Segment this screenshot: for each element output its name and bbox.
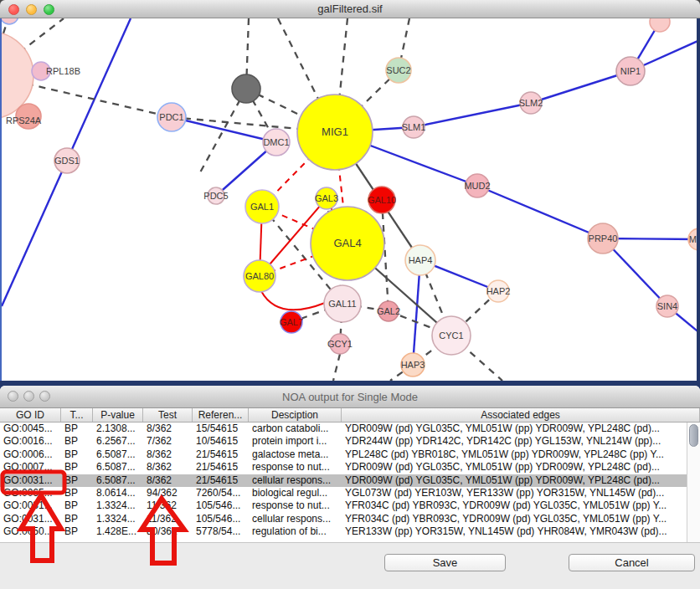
table-row[interactable]: GO:0031...BP1.3324...11/362105/546...cel… (0, 513, 687, 525)
cell-p-value: 8.0614... (93, 487, 143, 499)
minimize-button[interactable] (23, 391, 34, 402)
cell-desciption: galactose meta... (249, 448, 342, 461)
cell-go-id: GO:0045... (0, 423, 61, 435)
node-label-hap3: HAP3 (401, 360, 425, 370)
node-label-cyc1: CYC1 (439, 330, 463, 341)
node-label-gal3: GAL3 (315, 193, 338, 203)
node-label-dmc1: DMC1 (263, 137, 289, 147)
node-label-hap2: HAP2 (486, 286, 511, 296)
column-header-reference[interactable]: Referen... (193, 408, 249, 422)
noa-table-header: GO IDT...P-valueTestReferen...Desciption… (0, 408, 700, 423)
cell-reference: 10/54615 (193, 435, 249, 448)
column-header-type[interactable]: T... (61, 408, 93, 422)
minimize-button[interactable] (26, 4, 37, 15)
cell-type: BP (61, 461, 93, 474)
node-label-suc2: SUC2 (386, 65, 410, 75)
cell-reference: 15/54615 (193, 423, 249, 435)
cell-reference: 21/54615 (193, 474, 249, 487)
node-label-hap4: HAP4 (409, 255, 433, 265)
node-label-prp40: PRP40 (589, 233, 618, 243)
table-row[interactable]: GO:0006...BP6.5087...8/36221/54615galact… (0, 448, 687, 461)
cell-reference: 7260/54... (193, 487, 249, 499)
cell-test: 80/362 (143, 525, 193, 538)
node-label-slm1: SLM1 (402, 122, 426, 132)
node-ctl[interactable] (2, 18, 18, 24)
cell-associated-edges: YFR034C (pd) YBR093C, YDR009W (pd) YGL03… (342, 499, 687, 512)
table-row[interactable]: GO:0050...BP1.428E...80/3625778/54...reg… (0, 525, 687, 538)
cell-go-id: GO:0065... (0, 487, 61, 499)
cell-test: 8/362 (143, 448, 193, 461)
table-row[interactable]: GO:0031...BP6.5087...8/36221/54615cellul… (0, 474, 687, 487)
cell-reference: 105/546... (193, 513, 249, 525)
cell-go-id: GO:0007... (0, 461, 61, 474)
node-label-sin4: SIN4 (657, 301, 677, 311)
table-row[interactable]: GO:0031...BP1.3324...11/362105/546...res… (0, 499, 687, 512)
close-button[interactable] (8, 391, 18, 402)
canvas-frame-right (697, 18, 700, 386)
edge (414, 103, 531, 127)
graph-window: galFiltered.sif RPL18BRPS24AGDS1PDC1DMC1… (0, 0, 700, 386)
edge (261, 291, 325, 310)
node-label-gal80: GAL80 (245, 271, 274, 281)
network-svg[interactable]: RPL18BRPS24AGDS1PDC1DMC1MIG1SUC2SLM1SLM2… (2, 18, 697, 381)
node-dark[interactable] (232, 74, 260, 103)
scrollbar-thumb[interactable] (689, 424, 698, 447)
column-header-associated-edges[interactable]: Associated edges (342, 408, 700, 422)
save-button[interactable]: Save (384, 554, 506, 571)
cell-p-value: 1.3324... (93, 499, 143, 512)
cell-associated-edges: YDR009W (pd) YGL035C, YML051W (pp) YDR00… (342, 423, 687, 435)
table-row[interactable]: GO:0016...BP6.2567...7/36210/54615protei… (0, 435, 687, 448)
table-row[interactable]: GO:0007...BP6.5087...8/36221/54615respon… (0, 461, 687, 474)
cell-associated-edges: YPL248C (pd) YBR018C, YML051W (pp) YDR00… (342, 448, 687, 461)
close-button[interactable] (8, 4, 19, 15)
cell-reference: 105/546... (193, 499, 249, 512)
cell-type: BP (61, 525, 93, 538)
table-row[interactable]: GO:0045...BP2.1308...8/36215/54615carbon… (0, 423, 687, 435)
cell-reference: 5778/54... (193, 525, 249, 538)
vertical-scrollbar[interactable] (687, 423, 700, 542)
node-label-gal10: GAL10 (368, 195, 396, 205)
cell-reference: 21/54615 (193, 448, 249, 461)
node-label-gal7: GAL7 (280, 317, 303, 327)
cell-test: 7/362 (143, 435, 193, 448)
column-header-go-id[interactable]: GO ID (0, 408, 61, 422)
zoom-button[interactable] (44, 4, 54, 15)
node-label-slm2: SLM2 (519, 98, 543, 108)
graph-window-title: galFiltered.sif (317, 3, 382, 15)
node-label-gcy1: GCY1 (327, 339, 353, 349)
node-label-gal2: GAL2 (377, 306, 400, 316)
cell-type: BP (61, 474, 93, 487)
column-header-test[interactable]: Test (143, 408, 193, 422)
cell-desciption: response to nut... (249, 499, 342, 512)
cell-desciption: cellular respons... (249, 513, 342, 525)
node-label-rps24a: RPS24A (6, 115, 42, 125)
table-row[interactable]: GO:0065...BP8.0614...94/3627260/54...bio… (0, 487, 687, 499)
node-label-pdc5: PDC5 (203, 191, 228, 201)
zoom-button[interactable] (39, 391, 50, 402)
graph-window-titlebar[interactable]: galFiltered.sif (0, 0, 700, 18)
cell-associated-edges: YDR009W (pd) YGL035C, YML051W (pp) YDR00… (342, 461, 687, 474)
column-header-desciption[interactable]: Desciption (249, 408, 342, 422)
node-label-gds1: GDS1 (54, 156, 80, 166)
cell-p-value: 6.5087... (93, 461, 143, 474)
cancel-button[interactable]: Cancel (569, 554, 695, 571)
cell-desciption: carbon cataboli... (249, 423, 342, 435)
node-ctr[interactable] (650, 18, 670, 32)
cell-associated-edges: YER133W (pp) YOR315W, YNL145W (pd) YHR08… (342, 525, 687, 538)
cell-associated-edges: YDR244W (pp) YDR142C, YDR142C (pp) YGL15… (342, 435, 687, 448)
node-label-gal11: GAL11 (328, 299, 356, 309)
cell-desciption: regulation of bi... (249, 525, 342, 538)
cell-type: BP (61, 499, 93, 512)
canvas-frame-left (0, 18, 2, 386)
cell-p-value: 1.3324... (93, 513, 143, 525)
column-header-p-value[interactable]: P-value (93, 408, 143, 422)
cell-associated-edges: YDR009W (pd) YGL035C, YML051W (pp) YDR00… (342, 474, 687, 487)
noa-window: NOA output for Single Mode GO IDT...P-va… (0, 386, 700, 589)
node-label-mud2: MUD2 (464, 181, 490, 191)
traffic-lights (8, 4, 54, 15)
cell-p-value: 6.5087... (93, 448, 143, 461)
cell-type: BP (61, 423, 93, 435)
node-label-msn: MSN (689, 234, 697, 244)
noa-table-body: GO:0045...BP2.1308...8/36215/54615carbon… (0, 423, 687, 542)
noa-window-titlebar[interactable]: NOA output for Single Mode (0, 386, 700, 408)
